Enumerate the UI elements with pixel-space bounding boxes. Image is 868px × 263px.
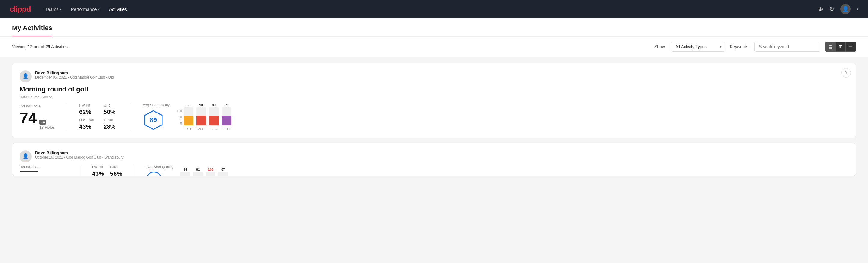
bar-chart: 85 OTT 90 APP [184, 103, 231, 130]
bar-arg-value: 89 [212, 103, 216, 107]
score-row: 74 +4 18 Holes [20, 110, 55, 130]
up-down-label: Up/Down [79, 118, 94, 122]
one-putt-value: 28% [104, 123, 119, 130]
up-down-stat: Up/Down 43% [79, 118, 94, 130]
bar-putt-label: PUTT [223, 127, 230, 130]
card-meta: Dave Billingham December 05, 2021 - Gog … [35, 70, 848, 80]
gir-label: GIR [104, 103, 119, 108]
bar-putt-value: 89 [225, 103, 228, 107]
data-source: Data Source: Arccos [20, 95, 848, 99]
activity-course: Gog Magog Golf Club - Wandlebury [66, 155, 123, 159]
nav-item-performance[interactable]: Performance ▾ [71, 5, 99, 13]
activity-type-select[interactable]: All Activity Types [671, 41, 725, 52]
edit-button[interactable]: ✎ [841, 68, 851, 78]
filter-bar: Viewing 12 out of 29 Activities Show: Al… [0, 37, 868, 57]
quality-left: Avg Shot Quality 89 [143, 103, 169, 130]
bar-arg-value: 106 [208, 168, 213, 171]
viewing-mid: out of [32, 44, 45, 49]
bar-arg: 89 ARG [209, 103, 219, 130]
activity-course: Gog Magog Golf Club - Old [70, 75, 114, 80]
card-meta: Dave Billingham October 16, 2021 - Gog M… [35, 150, 848, 159]
activity-type-select-wrapper: All Activity Types ▾ [671, 41, 725, 52]
nav-item-activities[interactable]: Activities [109, 5, 127, 13]
main-content: ✎ 👤 Dave Billingham December 05, 2021 - … [0, 57, 868, 187]
brand-logo[interactable]: clippd [10, 4, 31, 14]
user-menu-chevron[interactable]: ▾ [857, 7, 858, 11]
refresh-icon[interactable]: ↻ [829, 5, 834, 12]
bar-ott-value: 85 [187, 103, 190, 107]
bar-app-track [196, 108, 206, 125]
bar-ott-fill [184, 116, 193, 125]
add-icon[interactable]: ⊕ [818, 5, 823, 12]
nav-teams-label: Teams [45, 7, 59, 12]
fw-hit-stat: FW Hit 43% [92, 165, 104, 176]
view-list-detail-button[interactable]: ☰ [846, 42, 856, 52]
fw-hit-value: 43% [92, 170, 104, 176]
score-detail: +4 18 Holes [39, 119, 55, 130]
user-icon: 👤 [842, 6, 849, 12]
shot-quality-hexagon: 89 [143, 110, 164, 130]
fw-hit-label: FW Hit [92, 165, 104, 169]
show-label: Show: [654, 44, 666, 49]
bar-app: 90 APP [196, 103, 206, 130]
view-toggle: ▤ ⊞ ☰ [825, 41, 856, 52]
fw-hit-label: FW Hit [79, 103, 94, 108]
activity-date: December 05, 2021 [35, 75, 67, 80]
activity-date-course: October 16, 2021 - Gog Magog Golf Club -… [35, 155, 848, 159]
activity-title: Morning round of golf [20, 85, 848, 93]
viewing-suffix: Activities [50, 44, 68, 49]
bar-ott: 85 OTT [184, 103, 193, 130]
quality-left-partial: Avg Shot Quality [147, 165, 173, 176]
bar-putt-track [222, 108, 231, 125]
list-compact-icon: ▤ [829, 44, 833, 49]
bar-arg-fill [209, 116, 219, 125]
grid-icon: ⊞ [839, 44, 842, 49]
activity-date-course: December 05, 2021 - Gog Magog Golf Club … [35, 75, 848, 80]
activity-separator: - [68, 75, 70, 80]
bar-app-partial: 82 [193, 168, 203, 176]
search-input[interactable] [754, 41, 820, 52]
quality-circle-partial [147, 172, 161, 176]
bar-putt-track [218, 172, 228, 176]
nav-item-teams[interactable]: Teams ▾ [45, 5, 61, 13]
bar-chart-partial: 94 82 106 [181, 168, 228, 176]
card-header: 👤 Dave Billingham October 16, 2021 - Gog… [20, 150, 848, 163]
bar-ott-label: OTT [186, 127, 192, 130]
partial-score-area: Round Score [20, 165, 80, 172]
card-body: Round Score 74 +4 18 Holes FW Hit 62% GI… [20, 103, 848, 130]
shot-quality-value: 89 [150, 116, 157, 124]
quality-label: Avg Shot Quality [143, 103, 169, 107]
viewing-count: 12 [28, 44, 33, 49]
person-icon: 👤 [22, 73, 29, 80]
bar-arg-label: ARG [211, 127, 217, 130]
y-axis-50: 50 [177, 116, 182, 119]
round-score-section: Round Score 74 +4 18 Holes [20, 103, 67, 130]
view-grid-button[interactable]: ⊞ [836, 42, 846, 52]
bar-arg-track [206, 172, 215, 176]
bar-chart-container: 100 50 0 85 OTT 90 [177, 103, 231, 130]
nav-activities-label: Activities [109, 7, 127, 12]
player-name: Dave Billingham [35, 150, 848, 155]
activity-card: ✎ 👤 Dave Billingham December 05, 2021 - … [12, 63, 856, 138]
user-avatar-button[interactable]: 👤 [840, 4, 850, 14]
one-putt-stat: 1 Putt 28% [104, 118, 119, 130]
round-score-label: Round Score [20, 165, 80, 169]
quality-section: Avg Shot Quality 89 100 50 0 [130, 103, 848, 130]
bar-ott-track [184, 108, 193, 125]
activity-date: October 16, 2021 [35, 155, 63, 159]
pencil-icon: ✎ [844, 70, 848, 75]
y-axis-0: 0 [177, 122, 182, 125]
gir-value: 50% [104, 109, 119, 116]
bar-arg-partial: 106 [206, 168, 215, 176]
bar-ott-partial: 94 [181, 168, 190, 176]
fw-hit-value: 62% [79, 109, 94, 116]
bar-ott-value: 94 [183, 168, 187, 171]
card-body-partial: Round Score FW Hit 43% GIR 56% Avg Shot … [20, 165, 848, 176]
person-icon: 👤 [22, 153, 29, 160]
nav-performance-label: Performance [71, 7, 97, 12]
bar-putt: 89 PUTT [222, 103, 231, 130]
fw-gir-section: FW Hit 62% GIR 50% Up/Down 43% 1 Putt 28… [67, 103, 130, 130]
navbar: clippd Teams ▾ Performance ▾ Activities … [0, 0, 868, 18]
bar-putt-fill [222, 116, 231, 125]
view-list-compact-button[interactable]: ▤ [826, 42, 836, 52]
